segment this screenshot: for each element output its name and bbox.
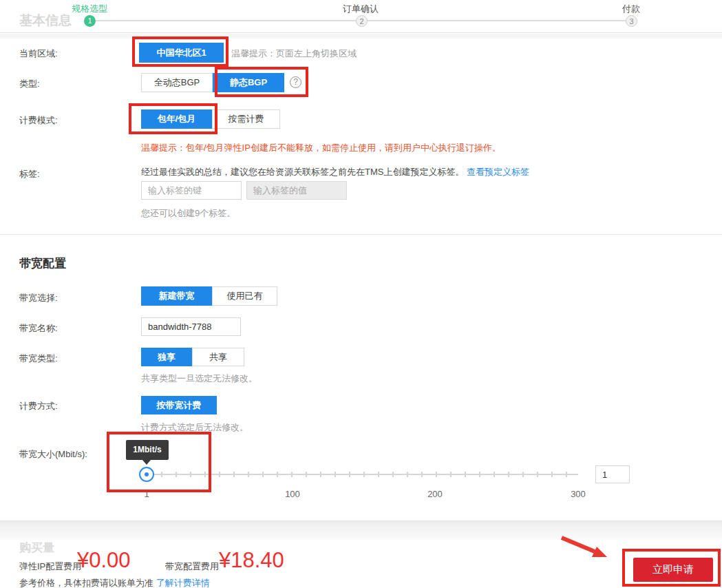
help-icon[interactable]: ?	[290, 76, 301, 88]
wizard-header: 基本信息 规格选型 1 订单确认 2 付款 3	[0, 0, 722, 33]
tag-key-input[interactable]	[141, 181, 242, 200]
tag-hint-row: 经过最佳实践的总结，建议您在给资源关联标签之前先在TMS上创建预定义标签。 查看…	[141, 166, 529, 178]
charge-by-bandwidth-button[interactable]: 按带宽计费	[141, 396, 217, 414]
wizard-line-2	[368, 20, 628, 21]
header-bottom-strip	[0, 34, 722, 39]
billing-option-on-demand[interactable]: 按需计费	[212, 109, 280, 129]
purchase-title-faded: 购买量	[19, 540, 54, 556]
type-label: 类型:	[19, 78, 40, 90]
wizard-step-1-label: 规格选型	[72, 3, 107, 15]
bandwidth-fee-label: 带宽配置费用	[165, 560, 219, 573]
bandwidth-type-note: 共享类型一旦选定无法修改。	[141, 372, 257, 385]
wizard-line-1	[96, 20, 358, 21]
tag-remaining-text: 您还可以创建9个标签。	[141, 207, 235, 220]
region-label: 当前区域:	[19, 48, 58, 60]
billing-mode-label: 计费模式:	[19, 114, 58, 127]
eip-fee-label: 弹性IP配置费用	[19, 560, 81, 573]
section-title-basic-faded: 基本信息	[19, 12, 72, 30]
section-divider	[0, 234, 722, 235]
bandwidth-select-label: 带宽选择:	[19, 292, 58, 304]
tag-label: 标签:	[19, 168, 40, 180]
bandwidth-type-shared[interactable]: 共享	[192, 348, 244, 366]
bandwidth-size-label: 带宽大小(Mbit/s):	[19, 448, 87, 461]
bandwidth-section-title: 带宽配置	[19, 255, 66, 271]
slider-mark-200: 200	[421, 489, 449, 499]
type-option-full-dynamic-bgp[interactable]: 全动态BGP	[141, 73, 213, 92]
billing-detail-link[interactable]: 了解计费详情	[156, 578, 210, 588]
eip-purchase-page: 基本信息 规格选型 1 订单确认 2 付款 3 当前区域: 中国华北区1 温馨提…	[0, 0, 722, 588]
slider-mark-300: 300	[564, 489, 592, 499]
wizard-step-1-circle: 1	[84, 15, 96, 27]
region-tip: 温馨提示：页面左上角切换区域	[231, 48, 357, 60]
bandwidth-fee-price: ¥18.40	[219, 548, 284, 573]
tag-value-input[interactable]	[246, 181, 347, 200]
billing-option-yearly-monthly[interactable]: 包年/包月	[141, 109, 212, 129]
purchase-footer: 购买量 弹性IP配置费用 ¥0.00 带宽配置费用 ¥18.40 参考价格，具体…	[0, 540, 722, 588]
bandwidth-slider-handle[interactable]	[139, 467, 154, 482]
bandwidth-option-existing[interactable]: 使用已有	[212, 286, 277, 306]
slider-mark-100: 100	[279, 489, 306, 499]
footer-shadow	[0, 521, 722, 540]
type-option-static-bgp[interactable]: 静态BGP	[213, 73, 284, 92]
charge-mode-note: 计费方式选定后无法修改。	[141, 421, 248, 434]
eip-fee-price: ¥0.00	[77, 548, 131, 573]
wizard-step-3-label: 付款	[622, 3, 640, 15]
wizard-step-3-circle: 3	[626, 15, 637, 27]
predefined-tag-link[interactable]: 查看预定义标签	[467, 167, 529, 177]
apply-now-button[interactable]: 立即申请	[633, 558, 713, 582]
bandwidth-option-new[interactable]: 新建带宽	[141, 286, 212, 306]
bandwidth-type-dedicated[interactable]: 独享	[141, 348, 192, 366]
wizard-step-2-circle: 2	[356, 15, 368, 27]
bandwidth-size-input[interactable]	[595, 465, 630, 483]
bandwidth-name-label: 带宽名称:	[19, 322, 58, 335]
slider-mark-1: 1	[133, 489, 160, 499]
price-note-row: 参考价格，具体扣费请以账单为准 了解计费详情	[19, 577, 210, 588]
billing-warning: 温馨提示：包年/包月弹性IP创建后不能释放，如需停止使用，请到用户中心执行退订操…	[141, 142, 501, 154]
bandwidth-type-label: 带宽类型:	[19, 353, 58, 365]
bandwidth-name-input[interactable]	[141, 317, 241, 336]
wizard-step-2-label: 订单确认	[343, 3, 379, 15]
tag-hint: 经过最佳实践的总结，建议您在给资源关联标签之前先在TMS上创建预定义标签。	[141, 167, 464, 177]
slider-tooltip: 1Mbit/s	[126, 440, 169, 460]
bandwidth-slider-track[interactable]	[147, 474, 578, 475]
region-button[interactable]: 中国华北区1	[139, 43, 224, 63]
price-note: 参考价格，具体扣费请以账单为准	[19, 578, 156, 588]
slider-handle-dot	[145, 472, 149, 476]
charge-mode-label: 计费方式:	[19, 400, 58, 412]
